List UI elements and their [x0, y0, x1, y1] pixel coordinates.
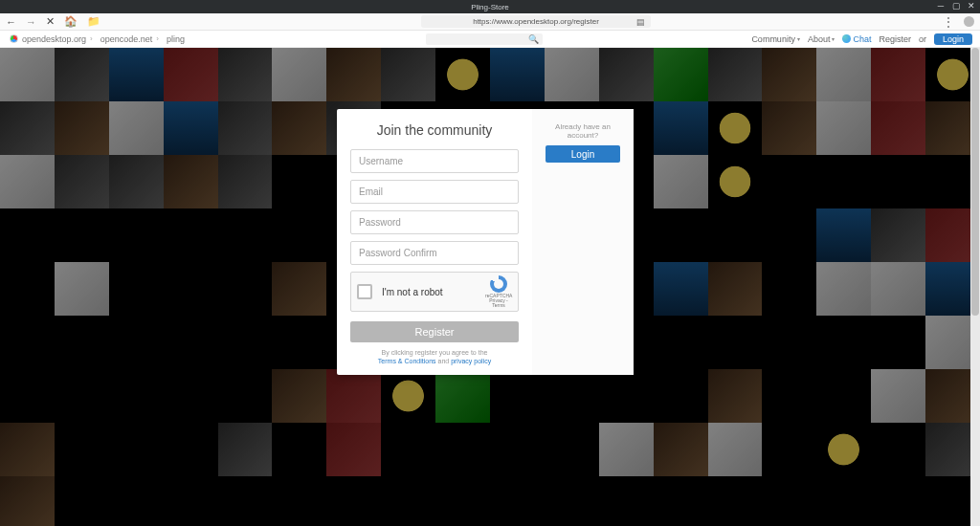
nav-register-link[interactable]: Register	[879, 34, 911, 44]
page-body: Join the community I'm not a robot reCAP…	[0, 48, 980, 526]
chevron-down-icon: ▾	[832, 35, 835, 42]
username-field[interactable]	[350, 149, 519, 173]
profile-avatar-icon[interactable]	[964, 16, 974, 27]
recaptcha-label: I'm not a robot	[382, 287, 485, 297]
agree-text: By clicking register you agree to the Te…	[378, 348, 491, 365]
register-form: Join the community I'm not a robot reCAP…	[337, 109, 532, 375]
nav-or-text: or	[919, 34, 926, 44]
chevron-down-icon: ▾	[797, 35, 800, 42]
url-text: https://www.opendesktop.org/register	[473, 17, 599, 26]
already-account-text: Already have an account?	[546, 122, 620, 140]
site-search[interactable]: 🔍	[426, 33, 543, 45]
recaptcha-icon	[490, 275, 507, 293]
forward-button[interactable]: →	[26, 16, 36, 28]
breadcrumb: opendesktop.org › opencode.net › pling	[0, 34, 185, 44]
password-field[interactable]	[350, 210, 519, 234]
crumb-opendesktop[interactable]: opendesktop.org ›	[10, 34, 93, 44]
recaptcha-badge: reCAPTCHA Privacy - Terms	[485, 275, 512, 308]
register-modal: Join the community I'm not a robot reCAP…	[337, 109, 634, 375]
nav-login-button[interactable]: Login	[934, 33, 972, 45]
chevron-right-icon: ›	[156, 34, 159, 43]
password-confirm-field[interactable]	[350, 241, 519, 265]
window-titlebar: Pling-Store ─ ▢ ✕	[0, 0, 980, 13]
url-bar[interactable]: https://www.opendesktop.org/register ▤	[421, 15, 651, 28]
email-field[interactable]	[350, 180, 519, 204]
vertical-scrollbar[interactable]	[970, 48, 980, 526]
nav-chat[interactable]: Chat	[842, 34, 871, 44]
modal-title: Join the community	[377, 122, 493, 138]
reader-mode-icon[interactable]: ▤	[636, 17, 645, 27]
stop-button[interactable]: ✕	[46, 15, 55, 28]
login-button[interactable]: Login	[546, 145, 620, 163]
login-panel: Already have an account? Login	[532, 109, 634, 375]
crumb-opencode[interactable]: opencode.net ›	[100, 34, 159, 44]
nav-about[interactable]: About ▾	[808, 34, 835, 44]
maximize-icon[interactable]: ▢	[951, 1, 961, 11]
nav-community[interactable]: Community ▾	[751, 34, 800, 44]
scrollbar-thumb[interactable]	[971, 48, 979, 316]
terms-link[interactable]: Terms & Conditions	[378, 358, 436, 364]
search-icon: 🔍	[528, 34, 539, 44]
site-header: opendesktop.org › opencode.net › pling 🔍…	[0, 31, 980, 48]
privacy-link[interactable]: privacy policy	[451, 358, 491, 364]
close-icon[interactable]: ✕	[967, 1, 976, 11]
crumb-pling[interactable]: pling	[167, 34, 185, 44]
minimize-icon[interactable]: ─	[936, 1, 946, 11]
chevron-right-icon: ›	[90, 34, 93, 43]
files-button[interactable]: 📁	[87, 15, 100, 28]
back-button[interactable]: ←	[6, 16, 16, 28]
window-title: Pling-Store	[471, 3, 509, 11]
register-button[interactable]: Register	[350, 321, 519, 342]
browser-menu-icon[interactable]: ⋮	[943, 15, 954, 29]
opendesktop-logo-icon	[10, 34, 18, 43]
home-button[interactable]: 🏠	[64, 15, 78, 28]
recaptcha-checkbox[interactable]	[357, 284, 372, 299]
chat-icon	[842, 34, 851, 43]
browser-toolbar: ← → ✕ 🏠 📁 https://www.opendesktop.org/re…	[0, 13, 980, 31]
recaptcha: I'm not a robot reCAPTCHA Privacy - Term…	[350, 272, 519, 312]
